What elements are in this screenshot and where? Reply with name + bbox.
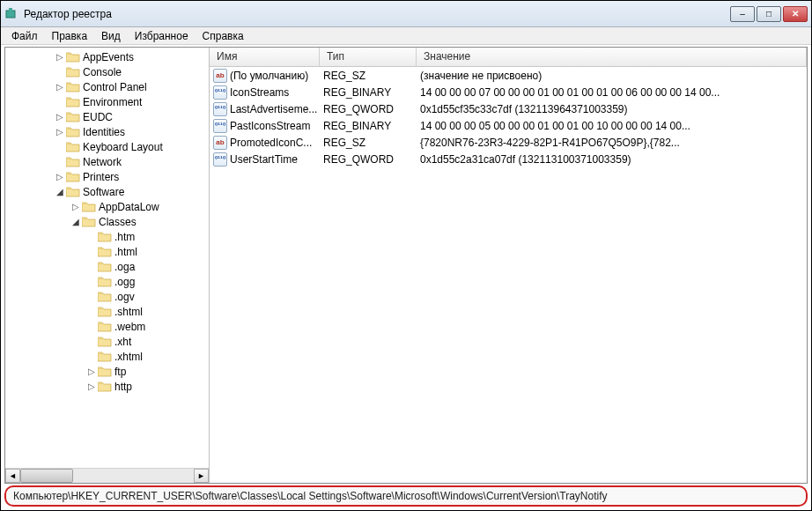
expand-icon[interactable]: ▷: [86, 367, 96, 376]
tree-item[interactable]: ▷http: [5, 379, 209, 394]
svg-rect-0: [6, 11, 15, 18]
statusbar: Компьютер\HKEY_CURRENT_USER\Software\Cla…: [4, 485, 808, 507]
collapse-icon[interactable]: ◢: [55, 187, 64, 196]
registry-editor-window: Редактор реестра – □ ✕ Файл Правка Вид И…: [1, 1, 811, 510]
maximize-button[interactable]: □: [757, 6, 781, 22]
tree-item[interactable]: .xht: [5, 334, 209, 349]
value-type: REG_QWORD: [320, 103, 417, 115]
tree-item-label: AppDataLow: [99, 201, 159, 213]
menu-help[interactable]: Справка: [196, 28, 251, 44]
tree-item[interactable]: ▷AppDataLow: [5, 199, 209, 214]
list-pane: Имя Тип Значение ab(По умолчанию)REG_SZ(…: [210, 48, 807, 483]
list-row[interactable]: ab(По умолчанию)REG_SZ(значение не присв…: [210, 67, 807, 84]
value-type: REG_SZ: [320, 70, 417, 82]
expand-icon[interactable]: ▷: [86, 381, 96, 391]
tree-item[interactable]: .html: [5, 244, 209, 259]
scroll-left-button[interactable]: ◄: [5, 469, 20, 483]
tree-item[interactable]: .webm: [5, 319, 209, 334]
tree-item[interactable]: ▷Printers: [5, 169, 209, 184]
list-row[interactable]: ⁰¹¹⁰UserStartTimeREG_QWORD0x1d55c2a31ca0…: [210, 151, 807, 167]
value-data: 14 00 00 00 07 00 00 00 01 00 01 00 01 0…: [417, 86, 807, 99]
tree-h-scrollbar[interactable]: ◄ ►: [5, 468, 209, 483]
tree-scroll[interactable]: ▷AppEventsConsole▷Control PanelEnvironme…: [5, 48, 209, 468]
tree-item-label: Software: [83, 186, 124, 198]
folder-icon: [66, 186, 80, 197]
minimize-button[interactable]: –: [730, 6, 755, 22]
value-data: (значение не присвоено): [417, 70, 807, 82]
expand-icon[interactable]: ▷: [55, 112, 64, 122]
expand-icon[interactable]: ▷: [55, 52, 64, 62]
collapse-icon[interactable]: ◢: [70, 217, 80, 226]
tree-item[interactable]: ◢Classes: [5, 214, 209, 229]
list-row[interactable]: ⁰¹¹⁰IconStreamsREG_BINARY14 00 00 00 07 …: [210, 84, 807, 100]
list-row[interactable]: ⁰¹¹⁰PastIconsStreamREG_BINARY14 00 00 00…: [210, 117, 807, 134]
scroll-track[interactable]: [20, 469, 194, 483]
expand-icon[interactable]: ▷: [55, 82, 64, 92]
tree-item[interactable]: .oga: [5, 259, 209, 274]
expand-icon[interactable]: ▷: [70, 202, 80, 211]
binary-value-icon: ⁰¹¹⁰: [213, 152, 227, 167]
value-name: PastIconsStream: [230, 120, 310, 132]
tree-item[interactable]: ◢Software: [5, 184, 209, 199]
tree-item[interactable]: .ogv: [5, 289, 209, 304]
tree-item[interactable]: Keyboard Layout: [5, 139, 209, 154]
folder-icon: [66, 156, 80, 167]
tree-item[interactable]: Console: [5, 64, 209, 79]
value-data: 0x1d55c2a31ca07df (132113100371003359): [417, 153, 807, 166]
menu-edit[interactable]: Правка: [45, 28, 95, 44]
tree-item-label: http: [114, 381, 132, 393]
tree-item[interactable]: .shtml: [5, 304, 209, 319]
expand-icon[interactable]: ▷: [55, 172, 64, 181]
value-name: PromotedIconC...: [230, 137, 312, 149]
column-header-value[interactable]: Значение: [417, 48, 807, 66]
tree-item[interactable]: ▷ftp: [5, 364, 209, 379]
column-header-name[interactable]: Имя: [210, 48, 320, 66]
list-row[interactable]: abPromotedIconC...REG_SZ{7820NR76-23R3-4…: [210, 134, 807, 151]
body-area: ▷AppEventsConsole▷Control PanelEnvironme…: [4, 47, 808, 484]
list-body[interactable]: ab(По умолчанию)REG_SZ(значение не присв…: [210, 67, 807, 483]
expand-icon[interactable]: ▷: [55, 127, 64, 137]
folder-icon: [98, 276, 112, 287]
folder-icon: [66, 111, 80, 122]
folder-icon: [66, 66, 80, 78]
column-header-type[interactable]: Тип: [320, 48, 417, 66]
window-title: Редактор реестра: [24, 8, 730, 20]
tree-item-label: Control Panel: [83, 81, 147, 93]
tree-item-label: Console: [83, 66, 122, 78]
tree-item-label: Keyboard Layout: [83, 141, 163, 153]
value-data: {7820NR76-23R3-4229-82P1-R41PO67Q5O9P},{…: [417, 137, 807, 149]
tree-item[interactable]: ▷EUDC: [5, 109, 209, 124]
folder-icon: [82, 201, 96, 212]
tree-item-label: .ogg: [114, 276, 135, 288]
tree-item[interactable]: ▷AppEvents: [5, 49, 209, 64]
list-row[interactable]: ⁰¹¹⁰LastAdvertiseme...REG_QWORD0x1d55cf3…: [210, 100, 807, 117]
value-data: 0x1d55cf35c33c7df (132113964371003359): [417, 103, 807, 115]
binary-value-icon: ⁰¹¹⁰: [213, 119, 227, 133]
tree-item[interactable]: Network: [5, 154, 209, 169]
tree-item-label: .shtml: [114, 306, 143, 318]
menu-file[interactable]: Файл: [4, 28, 45, 44]
tree-item[interactable]: Environment: [5, 94, 209, 109]
scroll-right-button[interactable]: ►: [194, 469, 209, 483]
binary-value-icon: ⁰¹¹⁰: [213, 85, 227, 100]
menu-favorites[interactable]: Избранное: [128, 28, 196, 44]
tree-item-label: .webm: [114, 321, 145, 333]
tree-item[interactable]: ▷Control Panel: [5, 79, 209, 94]
scroll-thumb[interactable]: [20, 469, 73, 483]
tree-item[interactable]: ▷Identities: [5, 124, 209, 139]
folder-icon: [66, 171, 80, 182]
value-name: IconStreams: [230, 86, 289, 99]
tree-item[interactable]: .ogg: [5, 274, 209, 289]
menu-view[interactable]: Вид: [94, 28, 128, 44]
value-name: LastAdvertiseme...: [230, 103, 317, 115]
folder-icon: [82, 216, 96, 227]
folder-icon: [98, 321, 112, 332]
app-icon: [4, 7, 18, 21]
tree-item-label: .html: [114, 246, 137, 258]
tree-item[interactable]: .htm: [5, 229, 209, 244]
tree-item[interactable]: .xhtml: [5, 349, 209, 364]
value-type: REG_SZ: [320, 137, 417, 149]
close-button[interactable]: ✕: [783, 6, 808, 22]
titlebar[interactable]: Редактор реестра – □ ✕: [1, 1, 811, 27]
tree-pane: ▷AppEventsConsole▷Control PanelEnvironme…: [5, 48, 210, 483]
